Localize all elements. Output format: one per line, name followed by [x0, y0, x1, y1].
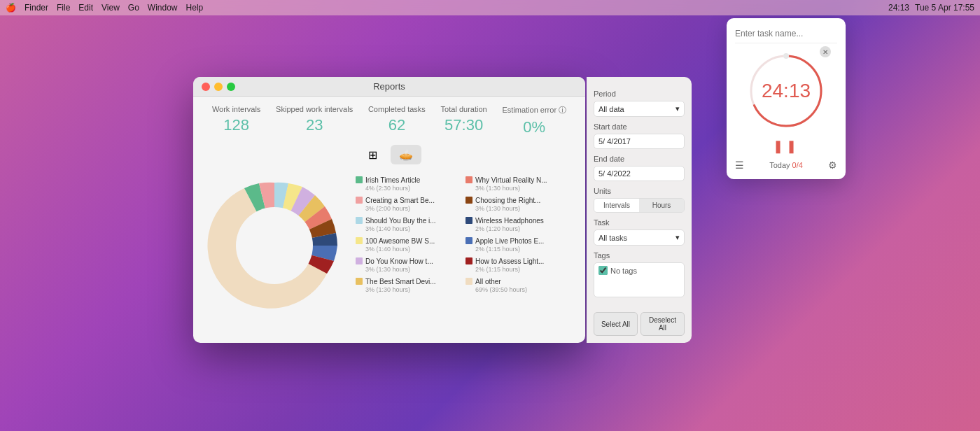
fullscreen-button[interactable] [227, 83, 235, 91]
units-row: Intervals Hours [594, 198, 685, 213]
end-date-input[interactable] [594, 166, 685, 181]
period-label: Period [594, 90, 685, 98]
legend-sub-0: 4% (2:30 hours) [365, 185, 420, 192]
no-tags-checkbox[interactable] [598, 266, 608, 275]
menubar: 🍎 Finder File Edit View Go Window Help 2… [0, 0, 980, 15]
hours-button[interactable]: Hours [639, 199, 684, 212]
timer-list-icon[interactable]: ☰ [735, 160, 744, 171]
task-label: Task [594, 218, 685, 227]
start-date-input[interactable] [594, 134, 685, 149]
timer-today-label: Today 0/4 [769, 161, 803, 169]
legend-sub-7: 2% (1:15 hours) [475, 246, 544, 253]
legend-label-2: Creating a Smart Be... [365, 196, 435, 205]
legend-label-5: Wireless Headphones [475, 216, 544, 225]
legend-sub-6: 3% (1:40 hours) [365, 246, 435, 253]
stat-duration: Total duration 57:30 [441, 105, 487, 136]
timer-close-button[interactable]: ✕ [820, 46, 831, 57]
stat-work-intervals: Work intervals 128 [212, 105, 260, 136]
legend-label-3: Choosing the Right... [475, 196, 540, 205]
legend-sub-10: 3% (1:30 hours) [365, 286, 436, 293]
legend-label-11: All other [475, 277, 527, 286]
timer-widget: ✕ 24:13 ❚❚ ☰ Today 0/4 ⚙ [727, 18, 846, 179]
legend-color-6 [356, 237, 363, 244]
legend-label-4: Should You Buy the i... [365, 216, 436, 225]
titlebar: Reports [193, 77, 585, 97]
legend-color-5 [465, 217, 472, 224]
stat-completed-label: Completed tasks [368, 105, 426, 113]
reports-sidebar: Period All data ▾ Start date End date Un… [587, 77, 692, 343]
no-tags-label: No tags [610, 267, 637, 275]
legend-color-1 [465, 176, 472, 183]
pie-chart-button[interactable]: 🥧 [391, 145, 421, 164]
tags-area: No tags [594, 262, 685, 297]
timer-task-input[interactable] [735, 29, 837, 43]
timer-count: 0/4 [792, 161, 803, 169]
legend-item-8: Do You Know How t... 3% (1:30 hours) [356, 257, 464, 273]
app-name[interactable]: Finder [24, 3, 48, 13]
legend-item-6: 100 Awesome BW S... 3% (1:40 hours) [356, 236, 464, 253]
pie-chart [204, 176, 344, 316]
legend-item-11: All other 69% (39:50 hours) [465, 277, 574, 293]
bar-chart-button[interactable]: ⊞ [357, 145, 388, 164]
deselect-all-button[interactable]: Deselect All [640, 312, 685, 336]
legend-item-2: Creating a Smart Be... 3% (2:00 hours) [356, 196, 464, 212]
menubar-date: Tue 5 Apr 17:55 [915, 3, 974, 13]
stat-completed-value: 62 [368, 116, 426, 134]
legend-sub-9: 2% (1:15 hours) [475, 266, 544, 273]
reports-window: Reports Work intervals 128 Skipped work … [193, 77, 585, 343]
apple-menu[interactable]: 🍎 [6, 3, 16, 13]
chart-toolbar: ⊞ 🥧 [193, 142, 585, 170]
period-chevron-icon: ▾ [676, 104, 680, 113]
period-select[interactable]: All data ▾ [594, 101, 685, 117]
legend-label-0: Irish Times Article [365, 176, 420, 185]
legend-item-4: Should You Buy the i... 3% (1:40 hours) [356, 216, 464, 232]
legend-sub-1: 3% (1:30 hours) [475, 185, 547, 192]
stat-skipped-value: 23 [276, 116, 353, 134]
end-date-label: End date [594, 155, 685, 163]
legend-label-10: The Best Smart Devi... [365, 277, 436, 286]
legend-label-9: How to Assess Light... [475, 257, 544, 266]
select-all-button[interactable]: Select All [594, 312, 638, 336]
legend-item-1: Why Virtual Reality N... 3% (1:30 hours) [465, 176, 574, 192]
window-title: Reports [373, 81, 405, 92]
timer-time-display: 24:13 [762, 80, 811, 102]
legend-color-7 [465, 237, 472, 244]
menu-go[interactable]: Go [128, 3, 139, 13]
stat-completed: Completed tasks 62 [368, 105, 426, 136]
menubar-time: 24:13 [888, 3, 909, 13]
intervals-button[interactable]: Intervals [594, 199, 639, 212]
window-controls [202, 83, 235, 91]
legend-item-7: Apple Live Photos E... 2% (1:15 hours) [465, 236, 574, 253]
units-label: Units [594, 187, 685, 195]
tags-label: Tags [594, 251, 685, 260]
legend-item-0: Irish Times Article 4% (2:30 hours) [356, 176, 464, 192]
legend-label-6: 100 Awesome BW S... [365, 236, 435, 246]
menu-view[interactable]: View [102, 3, 120, 13]
stat-duration-value: 57:30 [441, 116, 487, 134]
menu-help[interactable]: Help [186, 3, 204, 13]
legend-sub-5: 2% (1:20 hours) [475, 225, 544, 232]
timer-pause-icon[interactable]: ❚❚ [773, 139, 799, 153]
stat-skipped-label: Skipped work intervals [276, 105, 353, 113]
legend-label-7: Apple Live Photos E... [475, 236, 544, 246]
legend-color-8 [356, 257, 363, 264]
legend-item-5: Wireless Headphones 2% (1:20 hours) [465, 216, 574, 232]
task-select[interactable]: All tasks ▾ [594, 229, 685, 246]
stat-duration-label: Total duration [441, 105, 487, 113]
legend-color-11 [465, 278, 472, 285]
legend-item-3: Choosing the Right... 3% (1:30 hours) [465, 196, 574, 212]
stat-estimation-label: Estimation error ⓘ [502, 105, 566, 115]
legend-area: Irish Times Article 4% (2:30 hours) Why … [344, 176, 574, 325]
timer-circle-container: ✕ 24:13 [744, 49, 828, 133]
menu-edit[interactable]: Edit [78, 3, 93, 13]
svg-point-0 [236, 207, 313, 284]
minimize-button[interactable] [214, 83, 223, 91]
stat-work-intervals-label: Work intervals [212, 105, 260, 113]
close-button[interactable] [202, 83, 210, 91]
no-tags-checkbox-row: No tags [598, 266, 680, 275]
menu-file[interactable]: File [57, 3, 70, 13]
menu-window[interactable]: Window [148, 3, 178, 13]
legend-color-3 [465, 197, 472, 204]
timer-settings-icon[interactable]: ⚙ [828, 160, 837, 171]
svg-point-3 [783, 53, 789, 59]
